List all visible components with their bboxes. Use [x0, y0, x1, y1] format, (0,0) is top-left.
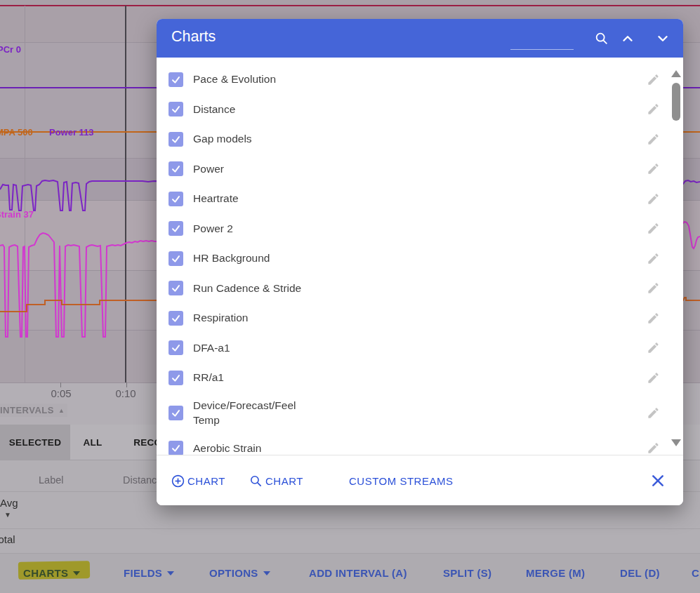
chart-row-label: Aerobic Strain — [193, 441, 261, 455]
avg-dropdown-caret[interactable]: ▼ — [4, 511, 11, 519]
close-x-icon[interactable] — [651, 474, 665, 488]
screen: PCr 0 MPA 500 Power 113 Strain 37 0:05 0… — [0, 0, 700, 593]
interval-tab[interactable]: SELECTED — [0, 425, 70, 460]
chart-list-row[interactable]: Heartrate — [157, 184, 683, 214]
trace-label-power: Power 113 — [49, 127, 94, 138]
divider — [0, 528, 700, 529]
chart-row-label: HR Background — [193, 251, 270, 265]
toolbar-button[interactable]: FIELDS — [124, 553, 174, 593]
checkbox-checked-icon[interactable] — [169, 102, 183, 116]
chart-row-label: DFA-a1 — [193, 341, 230, 355]
chart-list-row[interactable]: Power 2 — [157, 214, 683, 244]
custom-streams-button[interactable]: CUSTOM STREAMS — [349, 455, 453, 506]
chart-row-label: Respiration — [193, 311, 248, 325]
chart-list-row[interactable]: RR/a1 — [157, 363, 683, 393]
x-axis-label: 0:10 — [105, 387, 147, 399]
search-chart-button[interactable]: CHART — [249, 455, 303, 506]
chart-search-input[interactable] — [510, 34, 574, 50]
checkbox-checked-icon[interactable] — [169, 441, 183, 455]
chart-row-label: Power 2 — [193, 222, 233, 236]
axis-tick — [126, 382, 127, 387]
checkbox-checked-icon[interactable] — [169, 340, 183, 355]
trace-label-pcr: PCr 0 — [0, 44, 21, 55]
checkbox-checked-icon[interactable] — [169, 132, 183, 147]
chart-row-label: Run Cadence & Stride — [193, 281, 301, 295]
checkbox-checked-icon[interactable] — [169, 406, 183, 420]
modal-title: Charts — [171, 28, 216, 46]
chevron-up-icon[interactable] — [620, 31, 635, 46]
chart-list-row[interactable]: Power — [157, 154, 683, 185]
bottom-toolbar: CHARTS FIELDS OPTIONS ADD INTERVAL (A) S… — [0, 553, 700, 593]
edit-pencil-icon[interactable] — [647, 281, 660, 295]
dropdown-caret-icon — [263, 571, 270, 575]
checkbox-checked-icon[interactable] — [169, 192, 183, 206]
checkbox-checked-icon[interactable] — [169, 311, 183, 326]
search-chart-label: CHART — [265, 475, 303, 487]
chevron-down-icon[interactable] — [655, 31, 671, 46]
chart-list-row[interactable]: Distance — [157, 95, 683, 125]
table-header-label: Label — [39, 474, 63, 486]
edit-pencil-icon[interactable] — [647, 192, 660, 206]
collapse-arrow-icon: ▲ — [58, 407, 65, 414]
toolbar-button[interactable]: DEL (D) — [620, 553, 660, 593]
toolbar-button-label: DEL (D) — [620, 567, 660, 579]
chart-row-label: Power — [193, 162, 224, 176]
add-circle-icon — [171, 474, 185, 488]
edit-pencil-icon[interactable] — [647, 406, 660, 420]
chart-list-row[interactable]: Respiration — [157, 303, 683, 333]
edit-pencil-icon[interactable] — [647, 441, 660, 455]
modal-footer: CHART CHART CUSTOM STREAMS — [157, 455, 683, 505]
chart-list-row[interactable]: HR Background — [157, 244, 683, 274]
checkbox-checked-icon[interactable] — [169, 72, 183, 87]
chart-row-label: RR/a1 — [193, 371, 224, 385]
edit-pencil-icon[interactable] — [647, 341, 660, 354]
chart-row-label: Heartrate — [193, 192, 239, 206]
chart-list-row[interactable]: Device/Forecast/Feel Temp — [157, 393, 683, 434]
custom-streams-label: CUSTOM STREAMS — [349, 475, 453, 487]
chart-row-label: Pace & Evolution — [193, 72, 276, 86]
edit-pencil-icon[interactable] — [647, 222, 660, 235]
edit-pencil-icon[interactable] — [647, 73, 660, 86]
chart-list-row[interactable]: Gap models — [157, 124, 683, 154]
edit-pencil-icon[interactable] — [647, 252, 660, 265]
axis-tick — [60, 382, 61, 387]
chart-list-row[interactable]: DFA-a1 — [157, 333, 683, 364]
chart-list-row[interactable]: Pace & Evolution — [157, 65, 683, 95]
checkbox-checked-icon[interactable] — [169, 281, 183, 295]
toolbar-button-label: MERGE (M) — [526, 567, 585, 579]
chart-list-row[interactable]: Aerobic Strain — [157, 434, 683, 455]
edit-pencil-icon[interactable] — [647, 162, 660, 175]
toolbar-button-label: SPLIT (S) — [443, 567, 491, 579]
chart-list-row[interactable]: Run Cadence & Stride — [157, 274, 683, 304]
table-row-total: Total — [0, 533, 15, 545]
intervals-toggle[interactable]: INTERVALS ▲ — [0, 404, 67, 417]
checkbox-checked-icon[interactable] — [169, 161, 183, 176]
chart-row-label: Device/Forecast/Feel Temp — [193, 399, 314, 427]
charts-highlight-marker — [18, 561, 90, 580]
charts-modal: Charts Pace & Evoluti — [157, 19, 683, 505]
checkbox-checked-icon[interactable] — [169, 371, 183, 385]
interval-tab[interactable]: ALL — [70, 425, 115, 460]
toolbar-button[interactable]: ADD INTERVAL (A) — [309, 553, 407, 593]
edit-pencil-icon[interactable] — [647, 102, 660, 116]
add-chart-button[interactable]: CHART — [171, 455, 225, 506]
edit-pencil-icon[interactable] — [647, 133, 660, 146]
edit-pencil-icon[interactable] — [647, 312, 660, 325]
toolbar-button[interactable]: C — [692, 553, 699, 593]
toolbar-button-label: ADD INTERVAL (A) — [309, 567, 407, 579]
checkbox-checked-icon[interactable] — [169, 221, 183, 236]
dropdown-caret-icon — [167, 571, 174, 575]
edit-pencil-icon[interactable] — [647, 371, 660, 385]
search-icon[interactable] — [594, 31, 609, 46]
toolbar-button-label: FIELDS — [124, 567, 162, 579]
checkbox-checked-icon[interactable] — [169, 251, 183, 266]
add-chart-label: CHART — [187, 475, 225, 487]
table-row-avg: Avg — [0, 497, 18, 509]
trace-label-mpa: MPA 500 — [0, 127, 33, 138]
toolbar-button[interactable]: OPTIONS — [209, 553, 270, 593]
toolbar-button[interactable]: MERGE (M) — [526, 553, 585, 593]
toolbar-button[interactable]: SPLIT (S) — [443, 553, 491, 593]
chart-row-label: Gap models — [193, 132, 252, 146]
search-icon — [249, 474, 263, 488]
trace-label-strain: Strain 37 — [0, 209, 34, 220]
